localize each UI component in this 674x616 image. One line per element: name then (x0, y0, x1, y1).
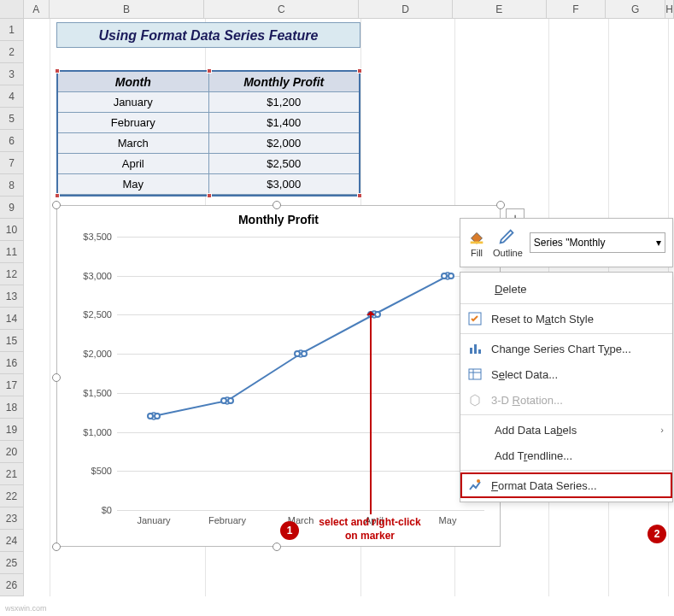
range-handle-icon (55, 193, 60, 198)
table-row[interactable]: April $2,500 (58, 154, 359, 174)
cell-profit: $1,200 (209, 92, 360, 113)
row-header[interactable]: 15 (0, 330, 23, 352)
chart[interactable]: Monthly Profit $3,500 $3,000 $2,500 $2,0… (56, 205, 501, 547)
menu-text: 3-D Rotation... (491, 394, 664, 407)
menu-item-add-trendline[interactable]: Add Trendline... (460, 443, 672, 468)
col-header-G[interactable]: G (606, 0, 665, 18)
table-row[interactable]: May $3,000 (58, 174, 359, 195)
row-header[interactable]: 2 (0, 41, 23, 63)
cell-month: March (58, 133, 209, 154)
chart-handle-icon[interactable] (52, 201, 61, 209)
row-header[interactable]: 5 (0, 108, 23, 130)
menu-item-3d-rotation: 3-D Rotation... (460, 387, 672, 413)
col-header-F[interactable]: F (547, 0, 607, 18)
row-header[interactable]: 21 (0, 463, 23, 485)
chart-handle-icon[interactable] (273, 543, 281, 551)
row-header[interactable]: 7 (0, 152, 23, 174)
menu-item-select-data[interactable]: Select Data... (460, 361, 672, 387)
data-marker[interactable] (442, 273, 454, 279)
row-header[interactable]: 14 (0, 308, 23, 330)
chart-handle-icon[interactable] (52, 373, 61, 382)
y-tick: $0 (66, 505, 117, 515)
table-row[interactable]: March $2,000 (58, 133, 359, 154)
menu-item-reset[interactable]: Reset to Match Style (460, 306, 672, 331)
row-header[interactable]: 24 (0, 530, 23, 552)
col-header-B[interactable]: B (50, 0, 204, 18)
cell-month: February (58, 113, 209, 133)
range-handle-icon (357, 193, 362, 198)
menu-item-format-data-series[interactable]: Format Data Series... (460, 472, 672, 498)
svg-point-4 (221, 398, 226, 403)
menu-item-change-chart-type[interactable]: Change Series Chart Type... (460, 336, 672, 361)
table-row[interactable]: January $1,200 (58, 92, 359, 113)
cell-profit: $1,400 (209, 113, 360, 133)
menu-item-delete[interactable]: Delete (460, 276, 672, 302)
row-header[interactable]: 11 (0, 241, 23, 263)
row-header[interactable]: 18 (0, 396, 23, 419)
fill-button[interactable]: Fill (467, 227, 486, 258)
row-header[interactable]: 26 (0, 574, 23, 596)
col-header-H[interactable]: H (665, 0, 674, 18)
col-header-E[interactable]: E (453, 0, 547, 18)
col-header-C[interactable]: C (204, 0, 359, 18)
row-header[interactable]: 22 (0, 485, 23, 507)
row-header[interactable]: 17 (0, 374, 23, 396)
page-title: Using Format Data Series Feature (56, 22, 360, 48)
menu-item-add-data-labels[interactable]: Add Data Labels › (460, 417, 672, 443)
chart-type-icon (467, 341, 483, 356)
row-header[interactable]: 9 (0, 197, 23, 219)
x-tick: January (120, 510, 188, 525)
row-header[interactable]: 8 (0, 174, 23, 197)
menu-text: Change Series Chart Type... (491, 343, 664, 355)
cell-profit: $2,500 (209, 154, 360, 174)
row-header[interactable]: 4 (0, 85, 23, 108)
chart-title[interactable]: Monthly Profit (57, 213, 500, 226)
row-header[interactable]: 20 (0, 441, 23, 463)
line-series[interactable] (117, 237, 484, 510)
svg-rect-20 (469, 369, 481, 379)
row-header[interactable]: 19 (0, 419, 23, 441)
row-header[interactable]: 1 (0, 19, 23, 41)
cell-month: January (58, 92, 209, 113)
table-row[interactable]: February $1,400 (58, 113, 359, 133)
data-marker[interactable] (221, 397, 233, 404)
row-header[interactable]: 25 (0, 552, 23, 574)
range-handle-icon (55, 68, 60, 73)
y-tick: $2,000 (66, 349, 117, 359)
svg-rect-15 (471, 242, 484, 244)
y-tick: $3,000 (66, 271, 117, 281)
series-selector-text: Series "Monthly (534, 237, 606, 249)
cell-month: May (58, 174, 209, 195)
select-all-corner[interactable] (0, 0, 24, 18)
data-marker[interactable] (295, 350, 307, 357)
select-data-icon (467, 367, 483, 382)
y-tick: $500 (66, 466, 117, 476)
chart-handle-icon[interactable] (496, 201, 505, 209)
data-marker[interactable] (148, 413, 160, 419)
row-header[interactable]: 16 (0, 352, 23, 374)
row-header[interactable]: 10 (0, 219, 23, 241)
row-header[interactable]: 6 (0, 130, 23, 152)
chart-handle-icon[interactable] (273, 201, 281, 209)
row-header[interactable]: 12 (0, 263, 23, 285)
row-header[interactable]: 3 (0, 63, 23, 85)
series-selector[interactable]: Series "Monthly ▾ (530, 232, 665, 253)
svg-point-14 (448, 273, 454, 279)
outline-button[interactable]: Outline (493, 227, 523, 258)
y-tick: $3,500 (66, 232, 117, 242)
row-header[interactable]: 23 (0, 507, 23, 530)
plot-area[interactable]: $3,500 $3,000 $2,500 $2,000 $1,500 $1,00… (117, 237, 484, 510)
chart-handle-icon[interactable] (52, 543, 61, 551)
y-tick: $1,500 (66, 388, 117, 398)
svg-point-2 (155, 414, 160, 419)
column-header-row: A B C D E F G H (0, 0, 674, 19)
col-header-D[interactable]: D (359, 0, 453, 18)
submenu-arrow-icon: › (660, 425, 664, 435)
col-header-A[interactable]: A (24, 0, 50, 18)
watermark: wsxwin.com (5, 604, 47, 613)
menu-text: Add Trendline... (495, 449, 664, 462)
row-header[interactable]: 13 (0, 285, 23, 308)
callout-text: select and right-click on marker (306, 516, 434, 543)
data-table[interactable]: Month Monthly Profit January $1,200 Febr… (56, 70, 360, 197)
cells-area[interactable]: Using Format Data Series Feature Month M… (24, 19, 674, 596)
